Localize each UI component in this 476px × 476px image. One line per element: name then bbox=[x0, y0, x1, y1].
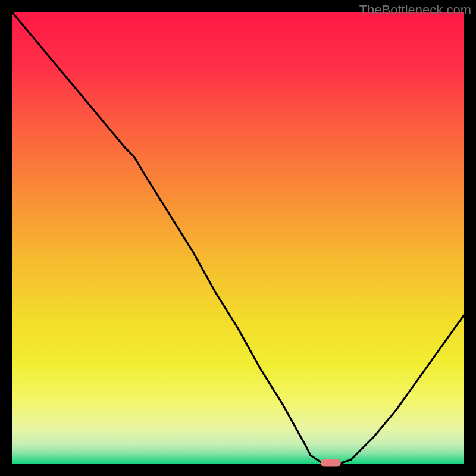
plot-background bbox=[12, 12, 464, 464]
watermark-text: TheBottleneck.com bbox=[359, 2, 471, 18]
chart-container: TheBottleneck.com bbox=[0, 0, 476, 476]
bottleneck-chart bbox=[0, 0, 476, 476]
optimal-marker bbox=[321, 459, 341, 467]
